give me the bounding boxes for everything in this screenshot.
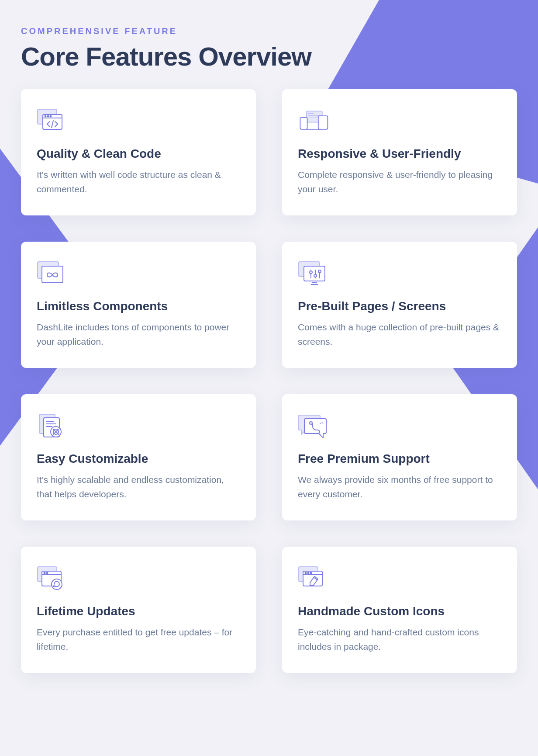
svg-point-45 <box>308 572 309 574</box>
feature-card: Pre-Built Pages / Screens Comes with a h… <box>282 242 517 368</box>
feature-desc: Eye-catching and hand-crafted custom ico… <box>298 625 501 654</box>
feature-desc: Comes with a huge collection of pre-buil… <box>298 320 501 349</box>
feature-title: Easy Customizable <box>37 452 240 466</box>
svg-point-21 <box>314 274 317 277</box>
feature-card: Handmade Custom Icons Eye-catching and h… <box>282 547 517 673</box>
feature-card: Responsive & User-Friendly Complete resp… <box>282 89 517 215</box>
section-eyebrow: COMPREHENSIVE FEATURE <box>21 26 517 36</box>
refresh-icon <box>37 564 240 592</box>
feature-desc: It's highly scalable and endless customi… <box>37 473 240 501</box>
pen-icon <box>298 564 501 592</box>
svg-point-19 <box>310 271 312 274</box>
feature-card: Easy Customizable It's highly scalable a… <box>21 394 256 520</box>
svg-point-3 <box>45 116 46 117</box>
content: COMPREHENSIVE FEATURE Core Features Over… <box>0 0 538 694</box>
feature-desc: Complete responsive & user-friendly to p… <box>298 168 501 196</box>
svg-rect-17 <box>304 266 325 281</box>
feature-title: Responsive & User-Friendly <box>298 147 501 161</box>
feature-title: Pre-Built Pages / Screens <box>298 299 501 313</box>
section-title: Core Features Overview <box>21 42 517 72</box>
feature-title: Handmade Custom Icons <box>298 604 501 618</box>
feature-title: Limitless Components <box>37 299 240 313</box>
svg-rect-12 <box>318 116 328 129</box>
feature-desc: DashLite includes tons of components to … <box>37 320 240 349</box>
svg-point-33 <box>310 422 312 424</box>
feature-card: Quality & Clean Code It's written with w… <box>21 89 256 215</box>
feature-desc: We always provide six months of free sup… <box>298 473 501 501</box>
sliders-icon <box>298 259 501 287</box>
svg-rect-8 <box>308 113 314 114</box>
infinity-icon <box>37 259 240 287</box>
svg-point-4 <box>48 116 49 117</box>
feature-title: Quality & Clean Code <box>37 147 240 161</box>
feature-grid: Quality & Clean Code It's written with w… <box>21 89 517 673</box>
svg-point-46 <box>310 572 312 574</box>
svg-point-40 <box>52 579 62 590</box>
feature-desc: Every purchase entitled to get free upda… <box>37 625 240 654</box>
feature-title: Lifetime Updates <box>37 604 240 618</box>
feature-title: Free Premium Support <box>298 452 501 466</box>
customize-icon <box>37 412 240 440</box>
responsive-icon <box>298 107 501 135</box>
svg-point-5 <box>50 116 52 117</box>
svg-text:24: 24 <box>320 421 324 425</box>
svg-point-39 <box>47 572 48 574</box>
feature-card: Lifetime Updates Every purchase entitled… <box>21 547 256 673</box>
feature-card: Limitless Components DashLite includes t… <box>21 242 256 368</box>
svg-point-38 <box>44 572 45 574</box>
feature-card: 24 Free Premium Support We always provid… <box>282 394 517 520</box>
svg-point-44 <box>305 572 307 574</box>
code-window-icon <box>37 107 240 135</box>
feature-desc: It's written with well code structure as… <box>37 168 240 196</box>
support-icon: 24 <box>298 412 501 440</box>
svg-point-23 <box>318 270 321 273</box>
svg-rect-11 <box>300 118 307 129</box>
